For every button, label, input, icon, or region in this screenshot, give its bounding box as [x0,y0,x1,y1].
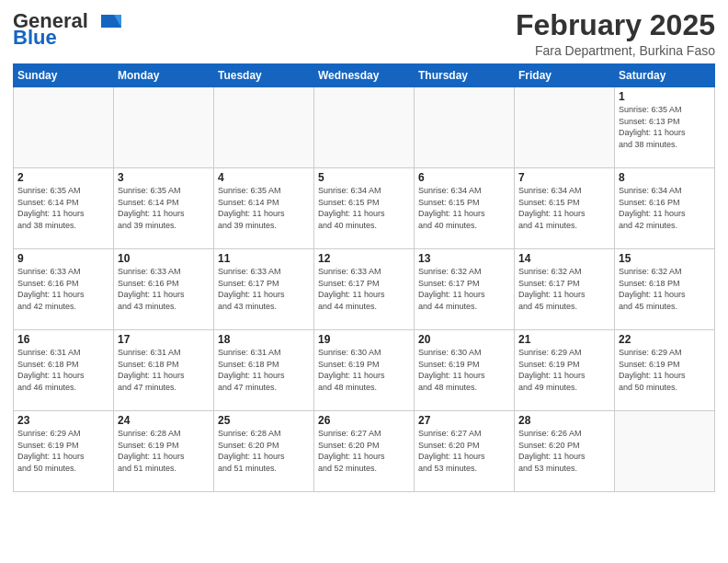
day-info: Sunrise: 6:32 AM Sunset: 6:18 PM Dayligh… [619,266,711,312]
calendar-cell [415,87,515,168]
calendar-cell [14,87,114,168]
day-info: Sunrise: 6:28 AM Sunset: 6:19 PM Dayligh… [118,428,210,474]
day-number: 13 [418,252,510,265]
day-info: Sunrise: 6:30 AM Sunset: 6:19 PM Dayligh… [318,347,410,393]
day-number: 2 [17,171,109,184]
calendar-cell: 11Sunrise: 6:33 AM Sunset: 6:17 PM Dayli… [214,249,314,330]
day-number: 11 [218,252,310,265]
day-info: Sunrise: 6:31 AM Sunset: 6:18 PM Dayligh… [218,347,310,393]
calendar-cell: 22Sunrise: 6:29 AM Sunset: 6:19 PM Dayli… [615,330,715,411]
calendar-cell: 26Sunrise: 6:27 AM Sunset: 6:20 PM Dayli… [314,411,415,492]
day-number: 12 [318,252,410,265]
calendar-cell: 19Sunrise: 6:30 AM Sunset: 6:19 PM Dayli… [314,330,415,411]
day-info: Sunrise: 6:34 AM Sunset: 6:15 PM Dayligh… [318,185,410,231]
day-info: Sunrise: 6:33 AM Sunset: 6:16 PM Dayligh… [17,266,109,312]
day-number: 1 [619,90,711,103]
day-info: Sunrise: 6:26 AM Sunset: 6:20 PM Dayligh… [518,428,610,474]
calendar-cell [615,411,715,492]
calendar-cell: 25Sunrise: 6:28 AM Sunset: 6:20 PM Dayli… [214,411,314,492]
calendar-cell: 20Sunrise: 6:30 AM Sunset: 6:19 PM Dayli… [415,330,515,411]
day-info: Sunrise: 6:35 AM Sunset: 6:14 PM Dayligh… [218,185,310,231]
header-monday: Monday [114,64,214,87]
day-info: Sunrise: 6:33 AM Sunset: 6:17 PM Dayligh… [318,266,410,312]
header: General Blue February 2025 Fara Departme… [13,9,715,58]
calendar-cell: 6Sunrise: 6:34 AM Sunset: 6:15 PM Daylig… [415,168,515,249]
page: General Blue February 2025 Fara Departme… [0,0,728,563]
title-block: February 2025 Fara Department, Burkina F… [516,9,715,58]
calendar-cell: 5Sunrise: 6:34 AM Sunset: 6:15 PM Daylig… [314,168,415,249]
day-number: 16 [17,333,109,346]
header-friday: Friday [515,64,615,87]
day-info: Sunrise: 6:35 AM Sunset: 6:13 PM Dayligh… [619,104,711,150]
day-number: 20 [418,333,510,346]
calendar-cell: 14Sunrise: 6:32 AM Sunset: 6:17 PM Dayli… [515,249,615,330]
day-number: 3 [118,171,210,184]
header-saturday: Saturday [615,64,715,87]
header-thursday: Thursday [415,64,515,87]
location: Fara Department, Burkina Faso [516,43,715,58]
day-number: 6 [418,171,510,184]
calendar-cell: 21Sunrise: 6:29 AM Sunset: 6:19 PM Dayli… [515,330,615,411]
day-info: Sunrise: 6:33 AM Sunset: 6:17 PM Dayligh… [218,266,310,312]
calendar: Sunday Monday Tuesday Wednesday Thursday… [13,63,715,492]
header-sunday: Sunday [14,64,114,87]
calendar-week-2: 9Sunrise: 6:33 AM Sunset: 6:16 PM Daylig… [14,249,715,330]
day-info: Sunrise: 6:31 AM Sunset: 6:18 PM Dayligh… [118,347,210,393]
calendar-cell: 4Sunrise: 6:35 AM Sunset: 6:14 PM Daylig… [214,168,314,249]
calendar-cell: 7Sunrise: 6:34 AM Sunset: 6:15 PM Daylig… [515,168,615,249]
calendar-cell [515,87,615,168]
logo: General Blue [13,9,121,50]
calendar-cell [114,87,214,168]
calendar-cell: 10Sunrise: 6:33 AM Sunset: 6:16 PM Dayli… [114,249,214,330]
calendar-cell: 13Sunrise: 6:32 AM Sunset: 6:17 PM Dayli… [415,249,515,330]
calendar-cell: 27Sunrise: 6:27 AM Sunset: 6:20 PM Dayli… [415,411,515,492]
calendar-cell: 24Sunrise: 6:28 AM Sunset: 6:19 PM Dayli… [114,411,214,492]
calendar-week-4: 23Sunrise: 6:29 AM Sunset: 6:19 PM Dayli… [14,411,715,492]
day-number: 27 [418,414,510,427]
day-info: Sunrise: 6:34 AM Sunset: 6:15 PM Dayligh… [518,185,610,231]
day-number: 28 [518,414,610,427]
day-info: Sunrise: 6:27 AM Sunset: 6:20 PM Dayligh… [318,428,410,474]
day-info: Sunrise: 6:32 AM Sunset: 6:17 PM Dayligh… [518,266,610,312]
calendar-cell: 8Sunrise: 6:34 AM Sunset: 6:16 PM Daylig… [615,168,715,249]
logo-icon [88,11,121,31]
day-number: 17 [118,333,210,346]
day-info: Sunrise: 6:35 AM Sunset: 6:14 PM Dayligh… [17,185,109,231]
day-number: 5 [318,171,410,184]
calendar-week-3: 16Sunrise: 6:31 AM Sunset: 6:18 PM Dayli… [14,330,715,411]
day-number: 10 [118,252,210,265]
calendar-cell: 15Sunrise: 6:32 AM Sunset: 6:18 PM Dayli… [615,249,715,330]
calendar-cell [214,87,314,168]
calendar-cell: 12Sunrise: 6:33 AM Sunset: 6:17 PM Dayli… [314,249,415,330]
calendar-cell: 3Sunrise: 6:35 AM Sunset: 6:14 PM Daylig… [114,168,214,249]
day-info: Sunrise: 6:30 AM Sunset: 6:19 PM Dayligh… [418,347,510,393]
calendar-cell: 28Sunrise: 6:26 AM Sunset: 6:20 PM Dayli… [515,411,615,492]
header-tuesday: Tuesday [214,64,314,87]
day-number: 23 [17,414,109,427]
day-number: 8 [619,171,711,184]
calendar-header-row: Sunday Monday Tuesday Wednesday Thursday… [14,64,715,87]
calendar-cell: 18Sunrise: 6:31 AM Sunset: 6:18 PM Dayli… [214,330,314,411]
calendar-cell: 23Sunrise: 6:29 AM Sunset: 6:19 PM Dayli… [14,411,114,492]
day-number: 4 [218,171,310,184]
day-number: 14 [518,252,610,265]
day-info: Sunrise: 6:29 AM Sunset: 6:19 PM Dayligh… [17,428,109,474]
day-number: 7 [518,171,610,184]
calendar-cell [314,87,415,168]
calendar-cell: 17Sunrise: 6:31 AM Sunset: 6:18 PM Dayli… [114,330,214,411]
calendar-cell: 2Sunrise: 6:35 AM Sunset: 6:14 PM Daylig… [14,168,114,249]
day-number: 22 [619,333,711,346]
calendar-week-1: 2Sunrise: 6:35 AM Sunset: 6:14 PM Daylig… [14,168,715,249]
day-info: Sunrise: 6:29 AM Sunset: 6:19 PM Dayligh… [619,347,711,393]
day-info: Sunrise: 6:29 AM Sunset: 6:19 PM Dayligh… [518,347,610,393]
day-info: Sunrise: 6:27 AM Sunset: 6:20 PM Dayligh… [418,428,510,474]
calendar-cell: 1Sunrise: 6:35 AM Sunset: 6:13 PM Daylig… [615,87,715,168]
day-number: 9 [17,252,109,265]
logo-blue: Blue [13,26,57,50]
day-info: Sunrise: 6:33 AM Sunset: 6:16 PM Dayligh… [118,266,210,312]
header-wednesday: Wednesday [314,64,415,87]
day-info: Sunrise: 6:34 AM Sunset: 6:15 PM Dayligh… [418,185,510,231]
day-info: Sunrise: 6:31 AM Sunset: 6:18 PM Dayligh… [17,347,109,393]
calendar-cell: 9Sunrise: 6:33 AM Sunset: 6:16 PM Daylig… [14,249,114,330]
day-info: Sunrise: 6:32 AM Sunset: 6:17 PM Dayligh… [418,266,510,312]
